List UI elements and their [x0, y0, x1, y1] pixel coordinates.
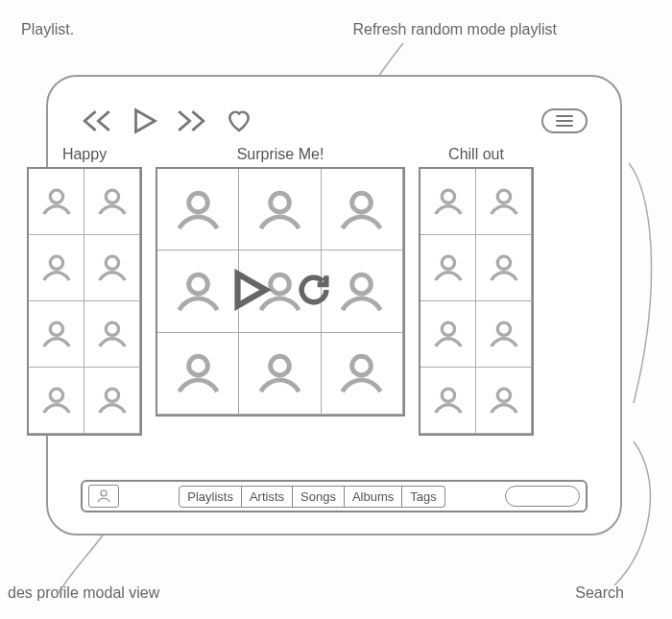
svg-point-13 [352, 274, 372, 294]
album-art-placeholder [476, 169, 532, 235]
album-grid [156, 167, 405, 417]
album-art-placeholder [84, 368, 140, 434]
play-icon [128, 105, 160, 137]
album-art-placeholder [29, 301, 84, 368]
album-art-placeholder [29, 368, 84, 434]
svg-point-10 [352, 193, 372, 212]
play-icon [226, 266, 274, 314]
playlist-carousel[interactable]: Happy Surprise Me! [81, 146, 588, 488]
album-art-placeholder [476, 301, 532, 368]
refresh-playlist-button[interactable] [293, 269, 335, 315]
album-art-placeholder [239, 169, 321, 250]
album-art-placeholder [84, 235, 140, 301]
album-art-placeholder [157, 169, 239, 250]
library-segmented-control: Playlists Artists Songs Albums Tags [179, 486, 445, 508]
album-art-placeholder [29, 169, 84, 235]
tablet-frame: Happy Surprise Me! [46, 75, 622, 536]
svg-point-25 [101, 490, 107, 496]
album-art-placeholder [420, 169, 476, 235]
profile-button[interactable] [88, 485, 119, 508]
bottom-toolbar: Playlists Artists Songs Albums Tags [81, 480, 588, 512]
svg-point-0 [50, 190, 62, 202]
annotation-refresh: Refresh random mode playlist [352, 21, 557, 38]
album-art-placeholder [420, 235, 476, 301]
album-art-placeholder [84, 169, 140, 235]
segment-playlists[interactable]: Playlists [179, 486, 242, 508]
album-art-placeholder [476, 368, 532, 434]
svg-point-22 [497, 322, 510, 335]
rewind-icon [81, 105, 113, 137]
album-art-placeholder [84, 301, 140, 368]
svg-point-11 [188, 274, 207, 294]
search-button[interactable] [505, 486, 580, 507]
svg-point-4 [50, 322, 62, 335]
album-art-placeholder [420, 368, 476, 434]
svg-point-7 [106, 389, 118, 401]
playlist-card-chillout[interactable]: Chill out [419, 146, 534, 488]
album-art-placeholder [239, 333, 321, 415]
svg-point-6 [50, 389, 62, 401]
segment-tags[interactable]: Tags [402, 486, 444, 508]
avatar-icon [95, 488, 112, 505]
segment-albums[interactable]: Albums [345, 486, 402, 508]
playlist-card-happy[interactable]: Happy [27, 146, 142, 488]
album-art-placeholder [420, 301, 476, 368]
album-art-placeholder [322, 169, 403, 250]
svg-point-3 [106, 256, 118, 269]
album-art-placeholder [157, 333, 239, 415]
play-playlist-button[interactable] [226, 266, 274, 318]
segment-artists[interactable]: Artists [242, 486, 293, 508]
album-art-placeholder [29, 235, 84, 301]
playback-toolbar [81, 102, 588, 140]
svg-point-5 [106, 322, 118, 335]
svg-point-19 [442, 256, 454, 269]
heart-icon [223, 107, 255, 135]
svg-point-1 [106, 190, 118, 202]
card-title: Surprise Me! [237, 146, 324, 163]
album-grid [419, 167, 534, 436]
svg-point-8 [188, 193, 207, 212]
segment-songs[interactable]: Songs [293, 486, 345, 508]
svg-point-9 [271, 193, 290, 212]
album-art-placeholder [476, 235, 532, 301]
svg-point-15 [271, 357, 290, 376]
album-art-placeholder [322, 333, 403, 415]
annotation-search: Search [575, 584, 624, 602]
svg-point-17 [442, 190, 454, 202]
svg-point-14 [188, 357, 207, 376]
menu-button[interactable] [541, 108, 588, 133]
svg-point-2 [50, 256, 62, 269]
svg-point-16 [352, 357, 372, 376]
play-button[interactable] [125, 104, 163, 138]
annotation-profile-modal: des profile modal view [8, 584, 159, 602]
rewind-button[interactable] [81, 107, 113, 135]
menu-icon [556, 115, 573, 127]
refresh-icon [293, 269, 335, 311]
svg-point-18 [497, 190, 510, 202]
album-grid [27, 167, 142, 436]
svg-point-24 [497, 389, 510, 401]
favorite-button[interactable] [219, 107, 259, 135]
fast-forward-button[interactable] [175, 107, 207, 135]
card-title: Chill out [448, 146, 504, 163]
annotation-playlist: Playlist. [21, 21, 74, 38]
svg-point-21 [442, 322, 454, 335]
card-title: Happy [62, 146, 107, 163]
svg-point-23 [442, 389, 454, 401]
svg-point-20 [497, 256, 510, 269]
fast-forward-icon [175, 105, 207, 137]
playlist-card-surprise[interactable]: Surprise Me! [156, 146, 405, 488]
